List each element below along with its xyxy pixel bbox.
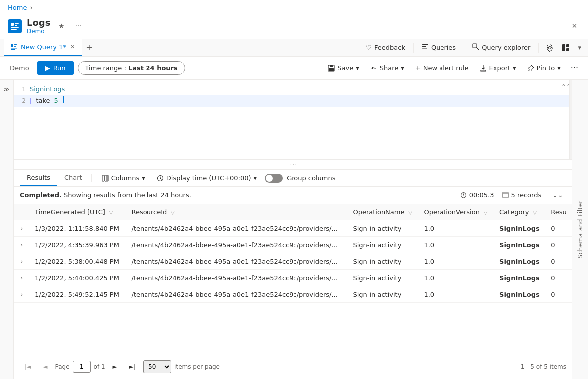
share-button[interactable]: Share ▾ xyxy=(365,62,409,74)
schema-label[interactable]: Schema and Filter xyxy=(575,196,586,263)
time-range-button[interactable]: Time range : Last 24 hours xyxy=(78,61,185,75)
layout-expand-button[interactable]: ▾ xyxy=(575,42,584,53)
table-icon xyxy=(502,192,509,198)
results-tabs-row: Results Chart Columns ▾ Display time (UT… xyxy=(14,170,572,187)
group-columns-toggle[interactable] xyxy=(265,174,283,183)
cell-category: SignInLogs xyxy=(494,237,546,253)
table-row: › 1/2/2022, 5:44:00.425 PM /tenants/4b24… xyxy=(14,270,572,286)
drag-handle[interactable]: · · · xyxy=(14,160,572,170)
share-icon xyxy=(370,65,377,72)
share-chevron-icon: ▾ xyxy=(401,64,404,72)
row-expand-button[interactable]: › xyxy=(19,274,25,282)
layout-icon xyxy=(562,44,570,52)
svg-rect-26 xyxy=(503,192,508,198)
new-alert-button[interactable]: + New alert rule xyxy=(410,62,474,74)
pagination: |◄ ◄ Page of 1 ► ►| 50 100 200 items per… xyxy=(14,354,572,379)
row-expand-button[interactable]: › xyxy=(19,258,25,265)
tab-chart[interactable]: Chart xyxy=(57,170,89,186)
table-row: › 1/2/2022, 4:35:39.963 PM /tenants/4b24… xyxy=(14,237,572,253)
app-icon xyxy=(8,19,22,33)
svg-rect-9 xyxy=(11,49,15,50)
layout-button[interactable] xyxy=(559,42,573,54)
tab-add-button[interactable]: + xyxy=(82,41,96,54)
line-number-2: 2 xyxy=(18,96,26,106)
tab-results[interactable]: Results xyxy=(20,170,57,186)
page-first-button[interactable]: |◄ xyxy=(20,361,35,373)
schema-sidebar: Schema and Filter xyxy=(572,80,588,379)
cell-time: 1/2/2022, 4:35:39.963 PM xyxy=(30,237,127,253)
query-explorer-icon xyxy=(472,43,479,52)
app-subtitle: Demo xyxy=(27,28,50,35)
gear-icon xyxy=(546,44,554,52)
svg-rect-12 xyxy=(422,48,427,49)
page-label: Page xyxy=(55,363,70,370)
cell-resource: /tenants/4b2462a4-bbee-495a-a0e1-f23ae52… xyxy=(127,270,348,286)
run-button[interactable]: ▶ Run xyxy=(37,61,74,75)
filter-icon-operation[interactable]: ▽ xyxy=(408,210,412,215)
cell-result: 0 xyxy=(546,286,572,303)
code-editor[interactable]: 1 SigninLogs 2 | take 5 ⌃⌃ xyxy=(14,80,572,160)
clock-icon xyxy=(157,175,164,182)
close-button[interactable]: ✕ xyxy=(569,20,580,32)
filter-icon-version[interactable]: ▽ xyxy=(484,210,488,215)
save-button[interactable]: Save ▾ xyxy=(323,62,364,74)
cell-time: 1/2/2022, 5:44:00.425 PM xyxy=(30,270,127,286)
toolbar-more-button[interactable]: ··· xyxy=(567,61,582,75)
cell-resource: /tenants/4b2462a4-bbee-495a-a0e1-f23ae52… xyxy=(127,220,348,237)
page-next-button[interactable]: ► xyxy=(108,361,122,373)
breadcrumb-home[interactable]: Home xyxy=(8,4,27,11)
cell-time: 1/3/2022, 1:11:58.840 PM xyxy=(30,220,127,237)
tab-close-button[interactable]: ✕ xyxy=(69,43,76,51)
tab-new-query-1[interactable]: New Query 1* ✕ xyxy=(4,39,82,56)
cell-version: 1.0 xyxy=(419,286,494,303)
svg-rect-4 xyxy=(11,29,17,30)
query-explorer-button[interactable]: Query explorer xyxy=(468,41,534,54)
svg-line-14 xyxy=(477,48,479,50)
cell-result: 0 xyxy=(546,220,572,237)
queries-button[interactable]: Queries xyxy=(418,41,460,54)
page-last-button[interactable]: ►| xyxy=(125,361,140,373)
alert-plus-icon: + xyxy=(415,64,421,72)
export-icon xyxy=(480,65,487,72)
filter-icon-time[interactable]: ▽ xyxy=(109,210,113,215)
app-title: Logs xyxy=(27,17,50,28)
pin-to-button[interactable]: Pin to ▾ xyxy=(522,62,566,74)
columns-button[interactable]: Columns ▾ xyxy=(98,172,149,184)
results-table-container: TimeGenerated [UTC] ▽ ResourceId ▽ Opera… xyxy=(14,204,572,354)
cell-resource: /tenants/4b2462a4-bbee-495a-a0e1-f23ae52… xyxy=(127,237,348,253)
app-more-button[interactable]: ··· xyxy=(72,20,84,32)
cell-time: 1/2/2022, 5:49:52.145 PM xyxy=(30,286,127,303)
table-header-row: TimeGenerated [UTC] ▽ ResourceId ▽ Opera… xyxy=(14,204,572,220)
per-page-select[interactable]: 50 100 200 xyxy=(143,360,171,373)
cell-version: 1.0 xyxy=(419,220,494,237)
export-button[interactable]: Export ▾ xyxy=(475,62,521,74)
svg-rect-8 xyxy=(11,48,17,49)
pin-button[interactable]: ★ xyxy=(55,20,67,32)
code-token-num: 5 xyxy=(54,96,58,106)
row-expand-button[interactable]: › xyxy=(19,241,25,249)
page-prev-button[interactable]: ◄ xyxy=(38,361,52,373)
row-expand-button[interactable]: › xyxy=(19,291,25,298)
col-resource-id: ResourceId ▽ xyxy=(127,204,348,220)
settings-button[interactable] xyxy=(543,42,557,54)
results-options: Columns ▾ Display time (UTC+00:00) ▾ Gro… xyxy=(98,172,336,184)
columns-chevron-icon: ▾ xyxy=(142,174,145,182)
expand-results-button[interactable]: ⌄⌄ xyxy=(549,190,566,201)
divider-1 xyxy=(413,43,414,53)
svg-rect-13 xyxy=(473,44,477,48)
display-time-button[interactable]: Display time (UTC+00:00) ▾ xyxy=(153,172,261,184)
row-expand-button[interactable]: › xyxy=(19,225,25,232)
cell-operation: Sign-in activity xyxy=(348,270,419,286)
page-number-input[interactable] xyxy=(73,361,91,373)
status-right: 00:05.3 5 records ⌄⌄ xyxy=(460,190,566,201)
svg-rect-3 xyxy=(11,27,19,28)
code-token-pipe: | xyxy=(30,96,32,106)
filter-icon-resource[interactable]: ▽ xyxy=(171,210,175,215)
filter-icon-category[interactable]: ▽ xyxy=(533,210,537,215)
feedback-button[interactable]: ♡ Feedback xyxy=(362,42,409,53)
table-row: › 1/2/2022, 5:49:52.145 PM /tenants/4b24… xyxy=(14,286,572,303)
results-tab-sep xyxy=(91,174,92,182)
svg-rect-5 xyxy=(11,44,13,47)
col-expand xyxy=(14,204,30,220)
side-panel-toggle[interactable]: ≫ xyxy=(0,80,14,379)
